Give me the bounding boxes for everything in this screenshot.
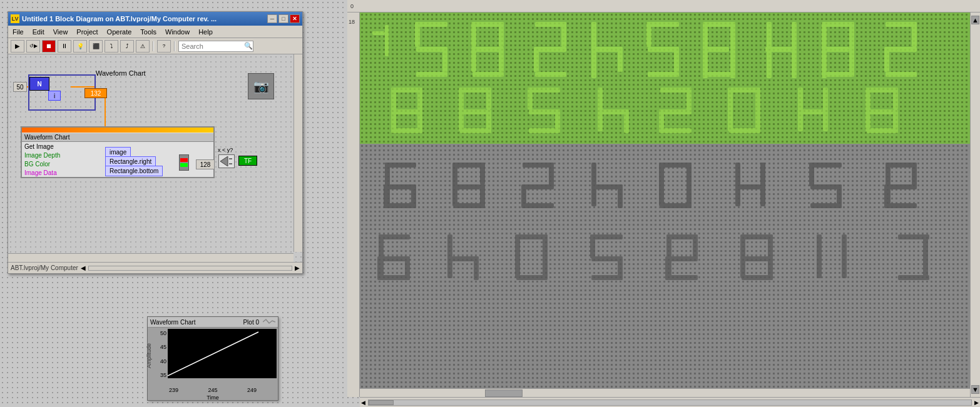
window-controls: ─ □ ✕: [267, 14, 300, 23]
svg-rect-29: [535, 47, 566, 52]
svg-rect-16: [416, 22, 447, 27]
svg-rect-140: [405, 256, 410, 280]
scrollbar-thumb[interactable]: [88, 266, 292, 271]
n-terminal: N: [29, 77, 49, 91]
window-icon: LV: [11, 14, 19, 23]
svg-rect-22: [472, 47, 504, 52]
svg-rect-83: [659, 109, 664, 133]
canvas-scrollbar-thumb-h[interactable]: [485, 389, 523, 397]
svg-rect-38: [648, 72, 679, 77]
svg-rect-171: [923, 234, 928, 278]
svg-rect-118: [660, 163, 692, 168]
svg-rect-117: [618, 184, 623, 208]
svg-rect-129: [837, 184, 842, 208]
svg-rect-76: [555, 109, 560, 133]
diagram-scrollbar-vertical[interactable]: [293, 54, 302, 252]
step-out-button[interactable]: ⤴: [120, 40, 134, 53]
menu-help[interactable]: Help: [197, 28, 215, 36]
menu-edit[interactable]: Edit: [31, 28, 46, 36]
svg-rect-37: [648, 47, 679, 52]
svg-rect-53: [823, 47, 849, 52]
svg-rect-57: [886, 72, 917, 77]
warning-button[interactable]: ⚠: [136, 40, 150, 53]
canvas-digits-overlay: [360, 13, 970, 144]
scroll-track[interactable]: [368, 399, 972, 406]
svg-rect-142: [447, 234, 452, 278]
svg-marker-11: [220, 156, 228, 166]
y-val-50: 50: [149, 330, 166, 336]
svg-rect-134: [886, 203, 917, 208]
titlebar-left: LV Untitled 1 Block Diagram on ABT.lvpro…: [11, 14, 217, 23]
maximize-button[interactable]: □: [278, 14, 288, 23]
run-continuously-button[interactable]: ↺▶: [26, 40, 40, 53]
svg-rect-150: [591, 256, 623, 261]
run-button[interactable]: ▶: [11, 40, 24, 53]
svg-rect-65: [417, 109, 422, 133]
svg-rect-31: [534, 47, 539, 72]
canvas-gray-digits: [360, 144, 970, 388]
svg-rect-72: [529, 88, 560, 93]
main-canvas[interactable]: [360, 13, 970, 388]
search-box[interactable]: 🔍: [178, 41, 253, 52]
svg-rect-131: [886, 184, 917, 189]
svg-rect-50: [823, 72, 854, 77]
chart-plot-area: [168, 329, 277, 378]
svg-rect-84: [687, 88, 692, 111]
svg-rect-41: [704, 22, 735, 27]
canvas-scrollbar-up[interactable]: ▲: [971, 16, 979, 24]
waveform-chart-widget: Waveform Chart Plot 0 Amplitude 50 45 40…: [147, 316, 278, 401]
svg-rect-104: [454, 163, 485, 168]
scroll-thumb[interactable]: [369, 400, 394, 405]
search-input[interactable]: [181, 43, 244, 50]
svg-rect-74: [529, 109, 560, 114]
menu-file[interactable]: File: [11, 28, 26, 36]
svg-rect-24: [471, 22, 476, 47]
svg-rect-144: [474, 256, 479, 280]
canvas-scrollbar-horizontal[interactable]: [360, 388, 970, 397]
svg-rect-14: [385, 25, 389, 56]
scroll-right-arrow[interactable]: ▶: [973, 399, 980, 406]
svg-rect-90: [823, 88, 828, 131]
pause-button[interactable]: ⏸: [58, 40, 71, 53]
i-terminal: i: [48, 91, 61, 101]
amplitude-label: Amplitude: [146, 343, 152, 368]
svg-rect-114: [549, 163, 554, 186]
svg-rect-44: [704, 47, 729, 52]
diagram-scrollbar-horizontal[interactable]: [8, 253, 293, 262]
svg-rect-116: [591, 184, 623, 189]
diagram-canvas[interactable]: 50 N i Waveform Chart 132 📷: [8, 54, 302, 262]
close-button[interactable]: ✕: [290, 14, 300, 23]
menu-project[interactable]: Project: [74, 28, 100, 36]
menu-window[interactable]: Window: [163, 28, 191, 36]
step-into-button[interactable]: ⤵: [105, 40, 118, 53]
canvas-scrollbar-vertical[interactable]: ▲ ▼: [970, 13, 980, 397]
stop-button[interactable]: ⏹: [42, 40, 56, 53]
svg-rect-137: [379, 234, 410, 239]
svg-rect-67: [460, 128, 491, 133]
canvas-scrollbar-down[interactable]: ▼: [971, 385, 979, 394]
menu-operate[interactable]: Operate: [105, 28, 134, 36]
svg-rect-66: [460, 88, 491, 93]
context-help-button[interactable]: ?: [157, 40, 171, 53]
svg-rect-143: [447, 256, 479, 261]
bottom-scrollbar[interactable]: ◀ ▶: [360, 397, 980, 407]
bg-color-label: BG Color: [24, 161, 50, 168]
minimize-button[interactable]: ─: [267, 14, 277, 23]
highlight-button[interactable]: 💡: [73, 40, 87, 53]
scroll-left-arrow[interactable]: ◀: [360, 399, 367, 406]
menu-tools[interactable]: Tools: [138, 28, 158, 36]
step-over-button[interactable]: ⬛: [89, 40, 103, 53]
menu-view[interactable]: View: [51, 28, 70, 36]
svg-rect-128: [809, 163, 814, 186]
svg-rect-36: [648, 22, 679, 27]
svg-rect-164: [742, 275, 773, 280]
toolbar-separator: [153, 41, 154, 51]
svg-rect-39: [646, 22, 651, 47]
svg-rect-35: [618, 47, 623, 72]
svg-rect-91: [798, 109, 823, 114]
ruler-left: 18: [347, 13, 360, 397]
svg-rect-167: [842, 234, 847, 278]
svg-rect-81: [660, 109, 692, 114]
svg-rect-92: [867, 88, 898, 93]
x-axis-title: Time: [148, 394, 278, 402]
